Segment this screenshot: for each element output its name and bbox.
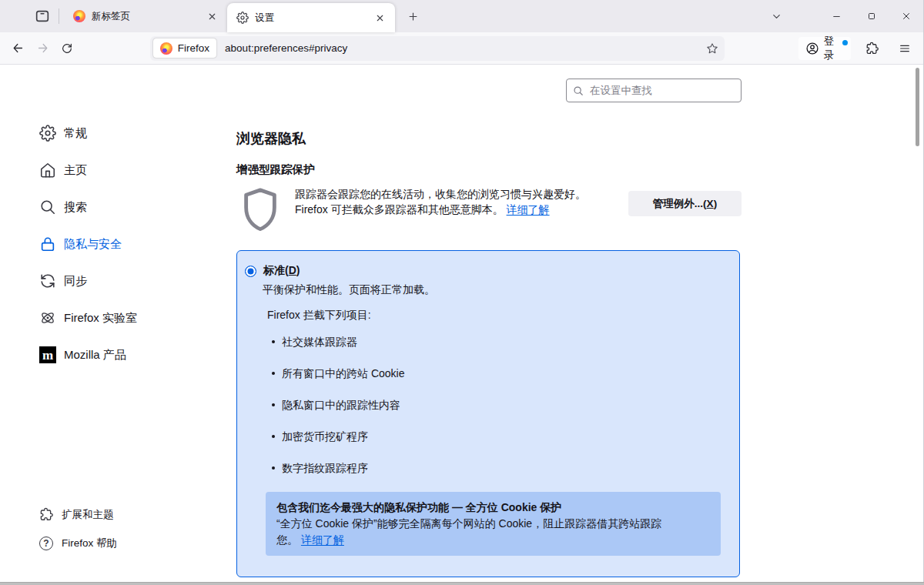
star-icon bbox=[706, 42, 718, 55]
signin-button[interactable]: 登录 bbox=[798, 37, 851, 60]
url-text[interactable]: about:preferences#privacy bbox=[225, 42, 347, 54]
puzzle-piece-icon bbox=[38, 507, 54, 523]
callout-title: 包含我们迄今最强大的隐私保护功能 — 全方位 Cookie 保护 bbox=[276, 500, 710, 516]
etp-description: 跟踪器会跟踪您的在线活动，收集您的浏览习惯与兴趣爱好。 Firefox 可拦截众… bbox=[295, 186, 626, 217]
list-item: 社交媒体跟踪器 bbox=[272, 334, 727, 349]
manage-exceptions-button[interactable]: 管理例外...(X) bbox=[628, 191, 742, 216]
plus-icon bbox=[407, 11, 419, 22]
tab-close-icon[interactable] bbox=[204, 8, 219, 24]
bullet-dot bbox=[272, 466, 275, 470]
titlebar: 新标签页 设置 bbox=[0, 0, 923, 32]
sidebar-item-firefox-labs[interactable]: Firefox 实验室 bbox=[38, 299, 223, 336]
etp-heading: 增强型跟踪保护 bbox=[236, 162, 315, 177]
maximize-button[interactable] bbox=[854, 0, 889, 32]
etp-intro: 跟踪器会跟踪您的在线活动，收集您的浏览习惯与兴趣爱好。 Firefox 可拦截众… bbox=[236, 184, 742, 238]
callout-body: “全方位 Cookie 保护”能够完全隔离每个网站的 Cookie，阻止跟踪器借… bbox=[276, 516, 710, 548]
search-icon bbox=[38, 198, 57, 216]
settings-search-input[interactable] bbox=[590, 85, 735, 96]
notification-dot bbox=[842, 40, 848, 45]
tab-close-icon[interactable] bbox=[372, 10, 387, 25]
lock-icon bbox=[38, 235, 57, 253]
blocked-items-list: 社交媒体跟踪器 所有窗口中的跨站 Cookie 隐私窗口中的跟踪性内容 加密货币… bbox=[272, 334, 727, 476]
atom-icon bbox=[38, 309, 57, 327]
reload-icon bbox=[61, 42, 73, 55]
sidebar-item-firefox-help[interactable]: ? Firefox 帮助 bbox=[38, 529, 223, 557]
close-icon bbox=[901, 11, 912, 22]
account-icon bbox=[805, 42, 819, 55]
puzzle-piece-icon bbox=[865, 42, 879, 55]
tab-label: 新标签页 bbox=[92, 10, 204, 23]
gear-icon bbox=[236, 12, 249, 24]
signin-label: 登录 bbox=[824, 35, 844, 62]
sidebar-item-sync[interactable]: 同步 bbox=[38, 262, 223, 299]
reload-button[interactable] bbox=[55, 36, 79, 61]
home-icon bbox=[38, 161, 57, 179]
tab-new-tab[interactable]: 新标签页 bbox=[64, 0, 227, 32]
tab-overview-button[interactable] bbox=[29, 5, 55, 28]
list-item: 数字指纹跟踪程序 bbox=[272, 460, 727, 476]
list-item: 所有窗口中的跨站 Cookie bbox=[272, 366, 727, 381]
settings-search[interactable] bbox=[566, 79, 742, 102]
tab-label: 设置 bbox=[255, 12, 372, 25]
identity-chip-label: Firefox bbox=[178, 42, 209, 54]
forward-button[interactable] bbox=[31, 36, 55, 61]
bookmark-star-button[interactable] bbox=[706, 42, 718, 55]
back-button[interactable] bbox=[6, 36, 31, 61]
mozilla-logo-icon: m bbox=[38, 346, 57, 364]
sidebar-item-extensions-themes[interactable]: 扩展和主题 bbox=[38, 500, 223, 529]
titlebar-separator bbox=[59, 8, 59, 24]
bullet-dot bbox=[272, 340, 275, 343]
bullet-dot bbox=[272, 403, 275, 406]
list-item: 隐私窗口中的跟踪性内容 bbox=[272, 397, 727, 413]
sidebar-item-mozilla-products[interactable]: m Mozilla 产品 bbox=[38, 336, 223, 373]
identity-chip[interactable]: Firefox bbox=[153, 38, 216, 58]
gear-icon bbox=[38, 124, 57, 142]
standard-description: 平衡保护和性能。页面将正常加载。 bbox=[263, 282, 727, 298]
sidebar-footer: 扩展和主题 ? Firefox 帮助 bbox=[38, 500, 223, 557]
forward-arrow-icon bbox=[36, 42, 49, 55]
firefox-window: 新标签页 设置 bbox=[0, 0, 924, 585]
sidebar-item-privacy-security[interactable]: 隐私与安全 bbox=[38, 226, 223, 262]
bullet-dot bbox=[272, 435, 275, 438]
sidebar-item-general[interactable]: 常规 bbox=[38, 115, 223, 152]
new-tab-button[interactable] bbox=[401, 5, 424, 28]
shield-icon bbox=[238, 186, 283, 235]
sidebar-item-search[interactable]: 搜索 bbox=[38, 189, 223, 226]
list-all-tabs-button[interactable] bbox=[764, 5, 788, 28]
tab-overview-icon bbox=[34, 8, 51, 25]
settings-page: 常规 主页 搜索 隐私与安全 bbox=[0, 65, 923, 582]
back-arrow-icon bbox=[12, 42, 25, 55]
sync-icon bbox=[38, 272, 57, 290]
window-bottom-edge bbox=[0, 582, 924, 585]
page-title: 浏览器隐私 bbox=[236, 129, 306, 148]
address-bar[interactable]: Firefox about:preferences#privacy bbox=[150, 36, 725, 61]
sidebar-item-home[interactable]: 主页 bbox=[38, 152, 223, 189]
firefox-logo-icon bbox=[160, 42, 172, 55]
search-icon bbox=[573, 85, 584, 96]
scrollbar-thumb[interactable] bbox=[916, 68, 919, 146]
bullet-dot bbox=[272, 372, 275, 375]
minimize-icon bbox=[832, 12, 842, 22]
extensions-button[interactable] bbox=[860, 36, 885, 61]
minimize-button[interactable] bbox=[819, 0, 854, 32]
chevron-down-icon bbox=[771, 11, 782, 22]
standard-radio-label[interactable]: 标准(D) bbox=[263, 264, 300, 278]
standard-option-row: 标准(D) bbox=[245, 263, 727, 279]
list-item: 加密货币挖矿程序 bbox=[272, 429, 727, 444]
total-cookie-protection-callout: 包含我们迄今最强大的隐私保护功能 — 全方位 Cookie 保护 “全方位 Co… bbox=[266, 492, 721, 556]
callout-learn-more-link[interactable]: 详细了解 bbox=[301, 533, 344, 546]
close-window-button[interactable] bbox=[889, 0, 923, 32]
tab-settings[interactable]: 设置 bbox=[227, 3, 395, 32]
etp-standard-card[interactable]: 标准(D) 平衡保护和性能。页面将正常加载。 Firefox 拦截下列项目: 社… bbox=[236, 250, 740, 577]
settings-sidebar: 常规 主页 搜索 隐私与安全 bbox=[38, 115, 223, 373]
etp-learn-more-link[interactable]: 详细了解 bbox=[507, 203, 550, 216]
standard-radio[interactable] bbox=[245, 266, 256, 277]
app-menu-button[interactable] bbox=[892, 36, 917, 61]
navigation-toolbar: Firefox about:preferences#privacy 登录 bbox=[0, 32, 923, 65]
maximize-icon bbox=[867, 12, 876, 21]
hamburger-icon bbox=[899, 42, 911, 55]
blocked-list-intro: Firefox 拦截下列项目: bbox=[267, 307, 727, 323]
firefox-favicon bbox=[73, 10, 85, 22]
question-mark-icon: ? bbox=[38, 536, 54, 551]
